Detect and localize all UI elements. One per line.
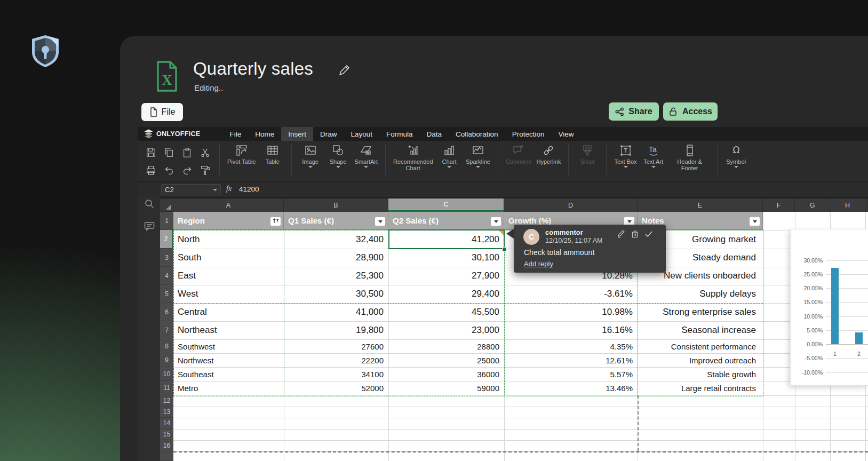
comment-marker-icon[interactable] [499, 230, 504, 235]
select-all-corner[interactable] [160, 198, 173, 212]
row-header-1[interactable]: 1 [160, 212, 173, 230]
formula-input[interactable]: 41200 [239, 185, 259, 193]
row-header-6[interactable]: 6 [160, 303, 173, 321]
left-sidebar [138, 197, 160, 461]
row-header-14[interactable]: 14 [160, 418, 173, 429]
row-header-9[interactable]: 9 [160, 353, 173, 367]
row-header-4[interactable]: 4 [160, 267, 173, 285]
row-header-10[interactable]: 10 [160, 367, 173, 381]
sparkline-button[interactable]: Sparkline [463, 141, 493, 168]
text-art-icon: Ta [647, 144, 660, 157]
chevron-down-icon [308, 166, 313, 168]
cell-name-box[interactable]: C2 [161, 184, 221, 195]
col-header-G[interactable]: G [795, 198, 830, 212]
row-header-16[interactable]: 16 [160, 440, 173, 451]
table-header-q1-sales-[interactable]: Q1 Sales (€) [284, 212, 388, 230]
share-button[interactable]: Share [609, 102, 659, 121]
save-icon[interactable] [146, 147, 156, 158]
chevron-down-icon [213, 189, 217, 191]
smartart-button[interactable]: SmartArt [352, 141, 380, 168]
tab-draw[interactable]: Draw [313, 127, 344, 141]
range-divider [504, 230, 505, 395]
tab-formula[interactable]: Formula [379, 127, 420, 141]
col-header-D[interactable]: D [504, 198, 638, 212]
recommended-chart-button[interactable]: Recommended Chart [391, 141, 435, 172]
symbol-button[interactable]: Ω Symbol [722, 141, 750, 168]
row-header-5[interactable]: 5 [160, 285, 173, 303]
image-button[interactable]: Image [297, 141, 324, 168]
print-icon[interactable] [146, 165, 156, 176]
row-header-3[interactable]: 3 [160, 249, 173, 267]
access-button[interactable]: Access [663, 102, 718, 121]
shape-button[interactable]: Shape [324, 141, 352, 168]
row-header-2[interactable]: 2 [160, 230, 173, 249]
add-reply-link[interactable]: Add reply [524, 260, 553, 268]
tab-home[interactable]: Home [248, 127, 281, 141]
table-button[interactable]: Table [259, 141, 286, 165]
col-header-E[interactable]: E [638, 198, 763, 212]
table-header-q2-sales-[interactable]: Q2 Sales (€) [388, 212, 504, 230]
text-box-button[interactable]: Text Box [611, 141, 639, 168]
row-header-13[interactable]: 13 [160, 407, 173, 418]
pivot-table-button[interactable]: Pivot Table [225, 141, 259, 165]
col-header-B[interactable]: B [284, 198, 388, 212]
tab-insert[interactable]: Insert [281, 127, 313, 141]
chart-y-tick: 5.00% [795, 327, 823, 333]
hyperlink-label: Hyperlink [537, 158, 561, 165]
row-header-11[interactable]: 11 [160, 381, 173, 395]
fill-handle[interactable] [502, 247, 507, 252]
chart-y-tick: -5.00% [795, 355, 823, 361]
search-icon[interactable] [144, 198, 155, 209]
col-header-A[interactable]: A [173, 198, 284, 212]
range-divider [173, 303, 763, 304]
row-header-7[interactable]: 7 [160, 321, 173, 339]
comment-popup-arrow [506, 229, 514, 239]
gridline-h [173, 407, 868, 407]
chart-y-tick: 15.00% [795, 299, 823, 305]
header-footer-button[interactable]: Header & Footer [667, 141, 712, 172]
col-header-F[interactable]: F [763, 198, 795, 212]
tab-protection[interactable]: Protection [505, 127, 552, 141]
col-header-stub[interactable] [865, 198, 868, 212]
tab-view[interactable]: View [551, 127, 580, 141]
row-header-12[interactable]: 12 [160, 395, 173, 407]
shield-lock-logo-icon [31, 34, 60, 68]
redo-icon[interactable] [182, 165, 193, 176]
file-button[interactable]: File [141, 103, 183, 121]
filter-button[interactable] [491, 217, 501, 226]
tab-file[interactable]: File [222, 127, 248, 141]
tab-data[interactable]: Data [420, 127, 449, 141]
undo-icon[interactable] [164, 165, 174, 176]
tab-collaboration[interactable]: Collaboration [449, 127, 505, 141]
col-header-C[interactable]: C [388, 198, 504, 212]
sparkline-icon [472, 144, 484, 157]
cut-icon[interactable] [200, 147, 211, 158]
rename-pencil-icon[interactable] [338, 64, 351, 77]
format-painter-icon[interactable] [200, 165, 211, 176]
document-title: Quarterly sales [193, 59, 313, 79]
hyperlink-button[interactable]: Hyperlink [534, 141, 564, 165]
filter-button[interactable] [750, 217, 760, 226]
resolve-comment-check-icon[interactable] [644, 230, 653, 238]
text-art-button[interactable]: Ta Text Art [640, 141, 667, 168]
chart-gridline [826, 344, 868, 345]
col-header-H[interactable]: H [830, 198, 865, 212]
pivot-table-label: Pivot Table [227, 158, 256, 165]
table-header-region[interactable]: Region [173, 212, 284, 230]
embedded-bar-chart[interactable]: 30.00%25.00%20.00%15.00%10.00%5.00%0.00%… [791, 229, 868, 385]
copy-icon[interactable] [164, 147, 174, 158]
row-header-15[interactable]: 15 [160, 429, 173, 440]
chart-button[interactable]: Chart [435, 141, 463, 168]
share-button-label: Share [628, 107, 652, 116]
chevron-down-icon [624, 166, 628, 168]
comments-panel-icon[interactable] [144, 221, 155, 232]
chart-icon [443, 144, 456, 157]
paste-icon[interactable] [182, 147, 193, 158]
sort-filter-button[interactable] [270, 217, 281, 226]
edit-comment-pencil-icon[interactable] [617, 230, 625, 238]
tab-layout[interactable]: Layout [344, 127, 379, 141]
row-header-8[interactable]: 8 [160, 339, 173, 353]
comment-actions [617, 230, 653, 238]
filter-button[interactable] [375, 217, 385, 226]
delete-comment-trash-icon[interactable] [631, 230, 639, 238]
